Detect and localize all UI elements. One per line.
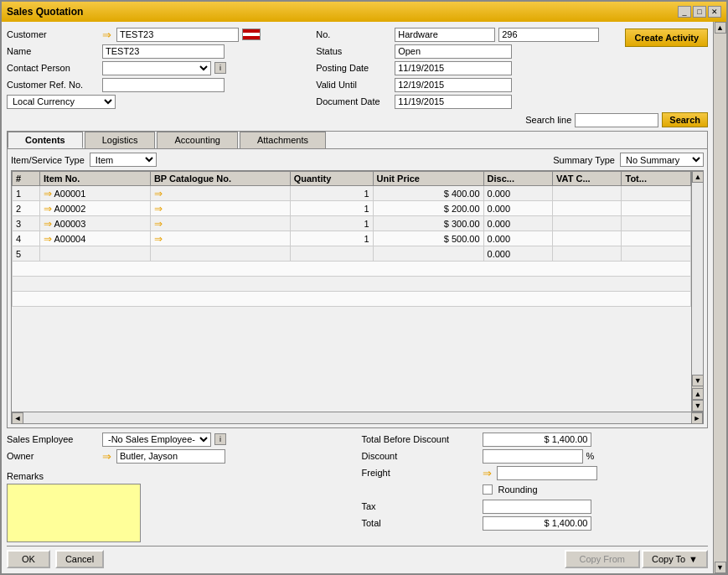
customer-ref-input[interactable] (102, 78, 225, 92)
scroll-down-button[interactable]: ▼ (692, 375, 703, 386)
scroll-right-up-button[interactable]: ▲ (692, 388, 703, 400)
window-scroll-down[interactable]: ▼ (715, 562, 726, 573)
minimize-button[interactable]: _ (678, 6, 691, 18)
copy-from-button[interactable]: Copy From (565, 550, 640, 568)
cell-price: $ 500.00 (373, 231, 483, 246)
cell-num: 1 (13, 186, 40, 201)
contact-person-row: Contact Person i (7, 60, 307, 75)
tab-content-contents: Item/Service Type Item Summary Type No S… (8, 149, 707, 427)
cell-price: $ 200.00 (373, 201, 483, 216)
name-input[interactable] (102, 44, 225, 59)
window-scroll-up[interactable]: ▲ (715, 22, 726, 34)
col-vat: VAT C... (553, 172, 622, 186)
tab-logistics[interactable]: Logistics (85, 132, 156, 148)
col-bp: BP Catalogue No. (150, 172, 290, 186)
customer-input[interactable] (116, 28, 239, 42)
contact-person-info-button[interactable]: i (214, 62, 226, 74)
col-item: Item No. (39, 172, 150, 186)
col-tot: Tot... (622, 172, 691, 186)
search-label: Search line (525, 115, 571, 125)
copy-to-label: Copy To (652, 554, 685, 564)
scroll-left-button[interactable]: ◄ (12, 412, 23, 424)
status-input[interactable] (395, 44, 512, 59)
discount-input[interactable] (483, 449, 583, 464)
tab-attachments[interactable]: Attachments (240, 132, 326, 148)
status-label: Status (316, 46, 391, 56)
col-qty: Quantity (290, 172, 373, 186)
no-label: No. (316, 29, 391, 39)
summary-type-select[interactable]: No Summary (620, 153, 704, 167)
row-arrow-icon: ⇒ (44, 218, 52, 230)
owner-label: Owner (7, 451, 99, 461)
left-fields: Customer ⇒ Name Contact Person i (7, 27, 307, 109)
cell-bp: ⇒ (150, 231, 290, 246)
contact-person-label: Contact Person (7, 63, 99, 73)
owner-row: Owner ⇒ (7, 448, 354, 464)
cell-num: 4 (13, 231, 40, 246)
scroll-up-button[interactable]: ▲ (692, 171, 703, 183)
search-input[interactable] (575, 113, 658, 127)
window-title: Sales Quotation (7, 6, 83, 18)
table-horizontal-scrollbar[interactable]: ◄ ► (12, 412, 703, 423)
bottom-left: Sales Employee -No Sales Employee- i Own… (7, 432, 354, 542)
footer-left-buttons: OK Cancel (7, 550, 104, 568)
customer-arrow-icon: ⇒ (102, 28, 111, 41)
cancel-button[interactable]: Cancel (55, 550, 104, 568)
tabs-header: Contents Logistics Accounting Attachment… (8, 132, 707, 149)
total-input[interactable] (483, 516, 591, 531)
table-vertical-scrollbar[interactable]: ▲ ▼ ▲ ▼ (691, 171, 703, 412)
rounding-checkbox[interactable] (483, 484, 493, 495)
total-before-discount-label: Total Before Discount (362, 434, 479, 444)
rounding-row: Rounding (362, 482, 709, 497)
filter-item-type-select[interactable]: Item (90, 153, 157, 167)
freight-input[interactable] (497, 466, 597, 480)
search-button[interactable]: Search (662, 112, 708, 127)
maximize-button[interactable]: □ (693, 6, 706, 18)
create-activity-button[interactable]: Create Activity (625, 28, 708, 47)
tab-accounting[interactable]: Accounting (157, 132, 237, 148)
sales-employee-info-button[interactable]: i (214, 433, 226, 445)
cell-disc: 0.000 (483, 216, 552, 231)
valid-until-input[interactable] (395, 78, 512, 92)
cell-num: 2 (13, 201, 40, 216)
scroll-right-button[interactable]: ► (691, 412, 703, 424)
cell-item: ⇒ A00004 (39, 231, 150, 246)
copy-to-button[interactable]: Copy To ▼ (642, 550, 708, 568)
bottom-section: Sales Employee -No Sales Employee- i Own… (7, 432, 708, 542)
no-sub-input[interactable] (395, 28, 495, 42)
cell-disc: 0.000 (483, 186, 552, 201)
remarks-area: Remarks (7, 469, 354, 542)
table-row: 3 ⇒ A00003 ⇒ 1 $ 300.00 0.000 (13, 216, 691, 231)
cell-bp: ⇒ (150, 216, 290, 231)
posting-date-input[interactable] (395, 61, 512, 75)
flag-icon (242, 28, 261, 40)
sales-quotation-window: Sales Quotation _ □ ✕ Customer ⇒ (0, 0, 728, 575)
total-row: Total (362, 515, 709, 531)
sales-employee-select[interactable]: -No Sales Employee- (102, 433, 211, 447)
table-row: 1 ⇒ A00001 ⇒ 1 $ 400.00 0.000 (13, 186, 691, 201)
cell-price (373, 246, 483, 262)
document-date-input[interactable] (395, 95, 512, 109)
local-currency-select[interactable]: Local Currency (7, 95, 116, 109)
no-value-input[interactable] (498, 28, 599, 42)
table-row: 4 ⇒ A00004 ⇒ 1 $ 500.00 0.000 (13, 231, 691, 246)
contact-person-select[interactable] (102, 61, 211, 75)
close-button[interactable]: ✕ (708, 6, 721, 18)
tax-input[interactable] (483, 500, 591, 514)
cell-disc: 0.000 (483, 201, 552, 216)
discount-label: Discount (362, 451, 479, 461)
table-row-empty (13, 277, 691, 292)
cell-bp: ⇒ (150, 201, 290, 216)
cell-disc: 0.000 (483, 231, 552, 246)
window-scrollbar[interactable]: ▲ ▼ (713, 22, 726, 573)
col-price: Unit Price (373, 172, 483, 186)
ok-button[interactable]: OK (7, 550, 50, 568)
main-content: Customer ⇒ Name Contact Person i (2, 22, 713, 573)
tab-contents[interactable]: Contents (8, 132, 83, 148)
remarks-box[interactable] (7, 484, 141, 542)
scroll-right-down-button[interactable]: ▼ (692, 400, 703, 412)
cell-qty: 1 (290, 186, 373, 201)
total-before-discount-input[interactable] (483, 433, 591, 447)
cell-qty: 1 (290, 201, 373, 216)
owner-input[interactable] (116, 449, 225, 464)
